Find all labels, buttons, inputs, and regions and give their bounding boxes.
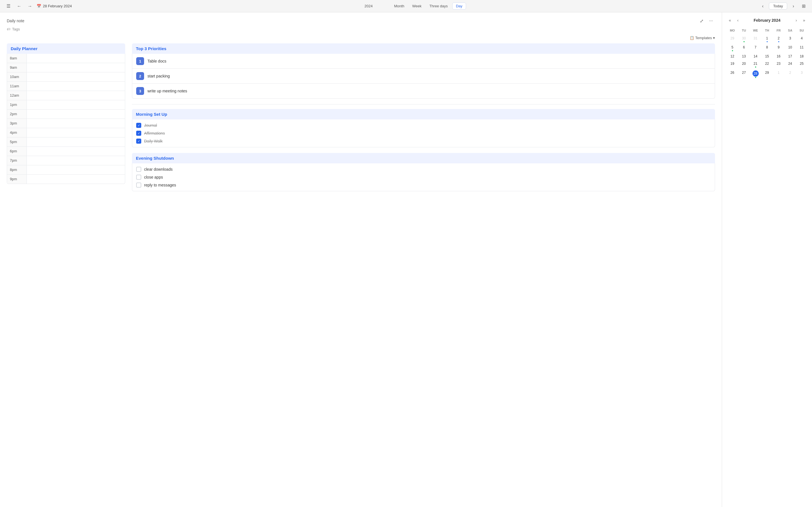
cal-day-cell[interactable]: 15 bbox=[761, 53, 773, 60]
cal-day-cell[interactable]: 17 bbox=[784, 53, 796, 60]
cal-day-cell[interactable]: 26 bbox=[726, 69, 738, 79]
cal-prev-button[interactable]: ‹ bbox=[734, 17, 741, 24]
cal-day-cell[interactable]: 3 bbox=[784, 35, 796, 43]
slot-9am[interactable] bbox=[27, 63, 125, 72]
today-button[interactable]: Today bbox=[769, 3, 787, 10]
tab-week[interactable]: Week bbox=[409, 3, 425, 10]
cal-day-cell[interactable]: 18 bbox=[796, 53, 808, 60]
checkbox-messages[interactable] bbox=[136, 182, 141, 187]
slot-5pm[interactable] bbox=[27, 137, 125, 147]
daily-note-actions: ⤢ ··· bbox=[698, 17, 715, 25]
cal-day-cell[interactable]: 7 bbox=[750, 44, 761, 52]
slot-12am[interactable] bbox=[27, 91, 125, 100]
time-9pm: 9pm bbox=[7, 175, 27, 184]
priority-item-1: 1 Table docs bbox=[132, 54, 715, 69]
next-date-button[interactable]: › bbox=[790, 2, 797, 10]
cal-day-cell[interactable]: 14 bbox=[750, 53, 761, 60]
checkbox-affirmations[interactable]: ✓ bbox=[136, 131, 141, 136]
cal-day-cell[interactable]: 28 bbox=[750, 69, 761, 79]
cal-double-next-button[interactable]: » bbox=[801, 17, 808, 24]
checkbox-downloads[interactable] bbox=[136, 167, 141, 172]
cal-day-cell[interactable]: 6 bbox=[738, 44, 750, 52]
cal-day-cell[interactable]: 1 bbox=[773, 69, 784, 79]
cal-day-cell[interactable]: 19 bbox=[726, 60, 738, 69]
cal-day-cell[interactable]: 30 bbox=[738, 35, 750, 43]
top-bar-left: ☰ ← → 📅 28 February 2024 bbox=[4, 2, 72, 10]
slot-1pm[interactable] bbox=[27, 100, 125, 109]
checkbox-apps[interactable] bbox=[136, 175, 141, 180]
cal-day-cell[interactable]: 10 bbox=[784, 44, 796, 52]
tab-month[interactable]: Month bbox=[391, 3, 408, 10]
slot-4pm[interactable] bbox=[27, 128, 125, 137]
slot-2pm[interactable] bbox=[27, 110, 125, 119]
daily-planner-section: Daily Planner 8am 9am 10am bbox=[7, 43, 125, 184]
cal-day-cell[interactable]: 9 bbox=[773, 44, 784, 52]
slot-6pm[interactable] bbox=[27, 147, 125, 156]
evening-shutdown-header: Evening Shutdown bbox=[132, 153, 715, 163]
slot-3pm[interactable] bbox=[27, 119, 125, 128]
cal-day-number: 15 bbox=[765, 54, 769, 59]
tab-three-days[interactable]: Three days bbox=[426, 3, 451, 10]
cal-day-cell[interactable]: 25 bbox=[796, 60, 808, 69]
tab-day[interactable]: Day bbox=[452, 3, 466, 10]
slot-8am[interactable] bbox=[27, 54, 125, 63]
cal-day-cell[interactable]: 24 bbox=[784, 60, 796, 69]
time-9am: 9am bbox=[7, 63, 27, 72]
cal-day-cell[interactable]: 29 bbox=[726, 35, 738, 43]
forward-button[interactable]: → bbox=[26, 2, 34, 10]
slot-7pm[interactable] bbox=[27, 156, 125, 165]
slot-8pm[interactable] bbox=[27, 165, 125, 174]
slot-11am[interactable] bbox=[27, 82, 125, 91]
cal-day-cell[interactable]: 12 bbox=[726, 53, 738, 60]
time-7pm: 7pm bbox=[7, 156, 27, 165]
cal-week-0: 2930311234 bbox=[726, 35, 808, 43]
cal-day-cell[interactable]: 23 bbox=[773, 60, 784, 69]
cal-day-cell[interactable]: 2 bbox=[784, 69, 796, 79]
time-2pm: 2pm bbox=[7, 110, 27, 119]
back-button[interactable]: ← bbox=[15, 2, 23, 10]
cal-day-cell[interactable]: 3 bbox=[796, 69, 808, 79]
cal-day-cell[interactable]: 2 bbox=[773, 35, 784, 43]
sidebar-toggle-button[interactable]: ⊞ bbox=[800, 2, 808, 10]
right-column: Top 3 Priorities 1 Table docs 2 start pa… bbox=[132, 43, 715, 197]
view-tabs: Month Week Three days Day bbox=[391, 3, 466, 10]
cal-next-button[interactable]: › bbox=[793, 17, 800, 24]
planner-row-3pm: 3pm bbox=[7, 119, 125, 128]
expand-button[interactable]: ⤢ bbox=[698, 17, 705, 25]
morning-setup-items: ✓ Journal ✓ Affirmations ✓ Daily Walk bbox=[132, 119, 715, 147]
cal-day-cell[interactable]: 8 bbox=[761, 44, 773, 52]
cal-day-cell[interactable]: 27 bbox=[738, 69, 750, 79]
cal-day-cell[interactable]: 21 bbox=[750, 60, 761, 69]
cal-day-cell[interactable]: 13 bbox=[738, 53, 750, 60]
calendar-day-headers: MO TU WE TH FR SA SU bbox=[726, 27, 808, 33]
cal-day-cell[interactable]: 5 bbox=[726, 44, 738, 52]
prev-date-button[interactable]: ‹ bbox=[759, 2, 767, 10]
menu-button[interactable]: ☰ bbox=[4, 2, 12, 10]
tags-label: Tags bbox=[12, 27, 20, 31]
priorities-header: Top 3 Priorities bbox=[132, 43, 715, 54]
calendar-grid: MO TU WE TH FR SA SU 2930311234567891011… bbox=[726, 27, 808, 79]
two-column-layout: Daily Planner 8am 9am 10am bbox=[7, 43, 715, 197]
cal-double-prev-button[interactable]: « bbox=[726, 17, 733, 24]
cal-day-cell[interactable]: 1 bbox=[761, 35, 773, 43]
more-button[interactable]: ··· bbox=[707, 17, 715, 25]
checkbox-walk[interactable]: ✓ bbox=[136, 138, 141, 144]
morning-label-walk: Daily Walk bbox=[144, 139, 163, 144]
cal-day-cell[interactable]: 22 bbox=[761, 60, 773, 69]
cal-day-cell[interactable]: 16 bbox=[773, 53, 784, 60]
cal-day-cell[interactable]: 4 bbox=[796, 35, 808, 43]
planner-row-9pm: 9pm bbox=[7, 175, 125, 184]
slot-9pm[interactable] bbox=[27, 175, 125, 184]
templates-row[interactable]: 📋 Templates ▾ bbox=[7, 36, 715, 40]
cal-day-dot bbox=[755, 66, 756, 68]
cal-day-cell[interactable]: 11 bbox=[796, 44, 808, 52]
slot-10am[interactable] bbox=[27, 72, 125, 81]
evening-shutdown-section: Evening Shutdown clear downloads close a… bbox=[132, 153, 715, 191]
templates-icon: 📋 bbox=[690, 36, 694, 40]
cal-day-cell[interactable]: 31 bbox=[750, 35, 761, 43]
checkbox-journal[interactable]: ✓ bbox=[136, 123, 141, 128]
cal-day-cell[interactable]: 20 bbox=[738, 60, 750, 69]
cal-day-cell[interactable]: 29 bbox=[761, 69, 773, 79]
tags-row[interactable]: 🏷 Tags bbox=[7, 27, 715, 31]
planner-row-6pm: 6pm bbox=[7, 147, 125, 156]
